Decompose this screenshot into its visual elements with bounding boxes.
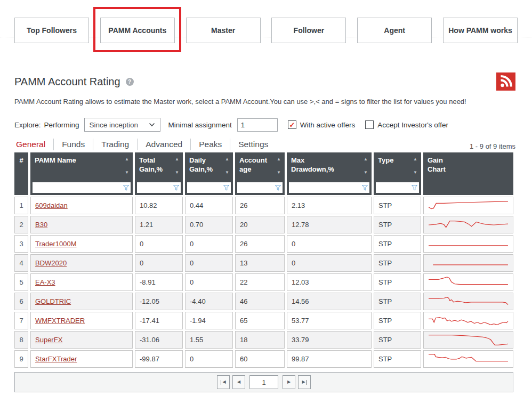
row-number-cell: 2 bbox=[14, 216, 28, 233]
pamm-name-link[interactable]: WMFXTRADER bbox=[35, 317, 85, 325]
sort-desc-icon[interactable] bbox=[175, 171, 179, 175]
tab-settings[interactable]: Settings bbox=[230, 139, 276, 150]
max-drawdown-cell: 12.78 bbox=[287, 216, 372, 233]
column-header-daily-gain: Daily Gain,% bbox=[185, 152, 233, 195]
pamm-name-link[interactable]: 609daidan bbox=[35, 201, 68, 209]
tab-peaks[interactable]: Peaks bbox=[190, 139, 230, 150]
gain-sparkline-chart bbox=[428, 218, 509, 232]
sort-asc-icon[interactable] bbox=[364, 157, 368, 161]
top-navigation: Top Followers PAMM Accounts Master Follo… bbox=[0, 0, 532, 55]
minimal-assignment-input[interactable] bbox=[237, 118, 278, 132]
max-drawdown-cell: 53.77 bbox=[287, 312, 372, 329]
daily-gain-cell: 0 bbox=[185, 273, 233, 291]
sort-asc-icon[interactable] bbox=[277, 157, 281, 161]
total-gain-cell: -12.05 bbox=[135, 293, 183, 310]
sort-asc-icon[interactable] bbox=[413, 157, 417, 161]
sort-desc-icon[interactable] bbox=[125, 171, 129, 175]
help-icon[interactable] bbox=[126, 78, 134, 86]
gain-sparkline-chart bbox=[428, 276, 509, 289]
pamm-name-link[interactable]: B30 bbox=[35, 221, 47, 229]
filter-funnel-icon[interactable] bbox=[275, 185, 281, 191]
daily-gain-filter-input[interactable] bbox=[187, 182, 223, 193]
pamm-name-cell: SuperFX bbox=[30, 331, 133, 349]
sort-desc-icon[interactable] bbox=[277, 171, 281, 175]
column-label: Daily Gain,% bbox=[189, 156, 220, 174]
max-drawdown-cell: 12.03 bbox=[287, 273, 372, 291]
account-age-filter-input[interactable] bbox=[237, 182, 275, 193]
gain-sparkline-chart bbox=[428, 314, 509, 328]
pamm-name-filter-input[interactable] bbox=[33, 182, 123, 193]
nav-button-follower[interactable]: Follower bbox=[271, 18, 346, 43]
pamm-name-link[interactable]: EA-X3 bbox=[35, 278, 55, 286]
filter-funnel-icon[interactable] bbox=[223, 185, 229, 191]
nav-button-pamm-accounts[interactable]: PAMM Accounts bbox=[100, 18, 175, 43]
tab-general[interactable]: General bbox=[14, 139, 53, 150]
row-number-cell: 8 bbox=[14, 331, 28, 349]
filter-funnel-icon[interactable] bbox=[362, 185, 368, 191]
sort-desc-icon[interactable] bbox=[364, 171, 368, 175]
tab-funds[interactable]: Funds bbox=[53, 139, 93, 150]
pamm-name-link[interactable]: BDW2020 bbox=[35, 259, 67, 267]
column-label: # bbox=[15, 156, 27, 165]
pamm-name-link[interactable]: StarFXTrader bbox=[35, 355, 77, 363]
type-filter-input[interactable] bbox=[376, 182, 412, 193]
daily-gain-cell: -4.40 bbox=[185, 293, 233, 310]
minimal-assignment-label: Minimal assignment bbox=[168, 121, 232, 129]
first-page-icon bbox=[222, 380, 225, 384]
filter-funnel-icon[interactable] bbox=[173, 185, 179, 191]
last-page-button[interactable] bbox=[298, 375, 311, 389]
total-gain-cell: -99.87 bbox=[135, 350, 183, 368]
first-page-button[interactable] bbox=[217, 375, 230, 389]
total-gain-filter-input[interactable] bbox=[137, 182, 173, 193]
column-header-type: Type bbox=[374, 152, 421, 195]
next-page-button[interactable] bbox=[283, 375, 295, 389]
with-active-offers-label: With active offers bbox=[300, 121, 355, 129]
gain-chart-cell bbox=[423, 350, 513, 368]
nav-button-master[interactable]: Master bbox=[186, 18, 261, 43]
gain-chart-cell bbox=[423, 235, 513, 253]
total-gain-cell: -31.06 bbox=[135, 331, 183, 349]
sort-asc-icon[interactable] bbox=[175, 157, 179, 161]
total-gain-cell: 0 bbox=[135, 235, 183, 253]
filter-funnel-icon[interactable] bbox=[412, 185, 417, 191]
sort-asc-icon[interactable] bbox=[125, 157, 129, 161]
gain-sparkline-chart bbox=[428, 295, 509, 309]
gain-chart-cell bbox=[423, 216, 513, 233]
max-drawdown-cell: 0 bbox=[287, 235, 372, 253]
nav-button-top-followers[interactable]: Top Followers bbox=[14, 18, 89, 43]
page-number-input[interactable] bbox=[249, 375, 278, 389]
page-title: PAMM Account Rating bbox=[14, 76, 120, 88]
pamm-name-link[interactable]: GOLDTRIC bbox=[35, 297, 71, 305]
sort-desc-icon[interactable] bbox=[413, 171, 417, 175]
max-drawdown-filter-input[interactable] bbox=[289, 182, 362, 193]
gain-chart-cell bbox=[423, 197, 513, 214]
table-row: 1 609daidan 10.82 0.44 26 2.13 STP bbox=[14, 197, 513, 214]
daily-gain-cell: 0 bbox=[185, 254, 233, 272]
gain-chart-cell bbox=[423, 273, 513, 291]
account-age-cell: 46 bbox=[235, 293, 285, 310]
daily-gain-cell: -1.94 bbox=[185, 312, 233, 329]
filter-funnel-icon[interactable] bbox=[123, 185, 129, 191]
with-active-offers-checkbox[interactable]: With active offers bbox=[288, 120, 355, 129]
nav-button-how-pamm-works[interactable]: How PAMM works bbox=[443, 18, 518, 43]
account-age-cell: 18 bbox=[235, 331, 285, 349]
rss-icon[interactable] bbox=[496, 72, 515, 91]
pamm-name-link[interactable]: Trader1000M bbox=[35, 240, 77, 248]
period-select[interactable]: Since inception bbox=[84, 118, 160, 132]
pamm-name-link[interactable]: SuperFX bbox=[35, 336, 62, 344]
nav-button-agent[interactable]: Agent bbox=[357, 18, 432, 43]
prev-page-button[interactable] bbox=[232, 375, 245, 389]
table-row: 5 EA-X3 -8.91 0 22 12.03 STP bbox=[14, 273, 513, 291]
sort-asc-icon[interactable] bbox=[225, 157, 229, 161]
row-number-cell: 7 bbox=[14, 312, 28, 329]
sort-desc-icon[interactable] bbox=[225, 171, 229, 175]
accept-investors-offer-checkbox[interactable]: Accept Investor's offer bbox=[365, 120, 448, 129]
pamm-name-cell: EA-X3 bbox=[30, 273, 133, 291]
account-age-cell: 26 bbox=[235, 235, 285, 253]
account-age-cell: 20 bbox=[235, 216, 285, 233]
tab-trading[interactable]: Trading bbox=[93, 139, 137, 150]
table-row: 3 Trader1000M 0 0 26 0 STP bbox=[14, 235, 513, 253]
tab-advanced[interactable]: Advanced bbox=[137, 139, 190, 150]
table-row: 9 StarFXTrader -99.87 0 60 99.87 STP bbox=[14, 350, 513, 368]
pamm-name-cell: GOLDTRIC bbox=[30, 293, 133, 310]
